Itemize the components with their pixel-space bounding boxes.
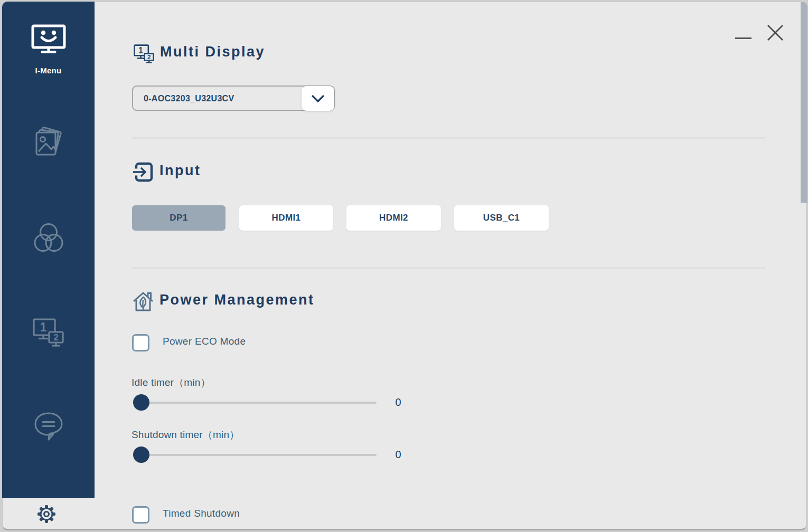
close-button[interactable] [766,24,784,42]
close-icon [766,24,784,42]
settings-button[interactable] [33,500,60,528]
input-button-hdmi2[interactable]: HDMI2 [346,205,441,231]
color-wheel-icon [32,222,65,254]
monitor-select-dropdown[interactable]: 0-AOC3203_U32U3CV [132,86,335,111]
svg-text:2: 2 [53,332,58,343]
input-button-usb-c1[interactable]: USB_C1 [454,205,549,231]
vertical-scrollbar-thumb[interactable] [801,2,807,203]
svg-text:2: 2 [147,53,151,60]
sidebar-item-image-settings[interactable] [2,125,95,162]
app-canvas: I-Menu [0,0,808,532]
multi-display-title: Multi Display [160,44,265,60]
power-management-title: Power Management [159,292,315,308]
shutdown-timer-slider-thumb[interactable] [133,446,149,463]
input-title: Input [159,163,201,179]
sidebar-item-label: I-Menu [35,66,61,75]
chevron-down-icon [311,94,325,103]
timed-shutdown-checkbox[interactable] [132,506,149,524]
timed-shutdown-label: Timed Shutdown [163,508,240,519]
shutdown-timer-label: Shutdown timer（min） [131,428,239,442]
photos-icon [32,125,65,158]
power-eco-mode-label: Power ECO Mode [163,336,246,347]
shutdown-timer-value: 0 [391,449,405,461]
input-button-dp1[interactable]: DP1 [132,205,226,231]
idle-timer-label: Idle timer（min） [131,376,211,390]
input-button-hdmi1[interactable]: HDMI1 [239,205,333,231]
svg-text:1: 1 [138,46,143,55]
power-eco-mode-checkbox[interactable] [132,334,149,352]
gear-icon [37,505,55,523]
input-icon [133,162,154,183]
idle-timer-slider-thumb[interactable] [133,394,149,411]
smiley-monitor-icon [31,24,67,54]
multi-display-icon: 1 2 [133,44,156,64]
minimize-button[interactable] [735,31,751,39]
sidebar-item-i-menu[interactable]: I-Menu [2,24,95,84]
dual-monitor-icon: 1 2 [32,317,65,348]
section-divider [132,267,765,269]
monitor-select-value: 0-AOC3203_U32U3CV [144,87,234,110]
svg-text:1: 1 [40,320,46,334]
sidebar-item-color-settings[interactable] [2,222,95,259]
sidebar-item-feedback[interactable] [2,410,95,447]
monitor-select-chevron-button[interactable] [302,86,334,111]
shutdown-timer-slider-track[interactable] [141,454,377,456]
idle-timer-slider-track[interactable] [141,402,377,404]
section-divider [132,137,765,139]
sidebar: I-Menu [2,2,95,498]
idle-timer-value: 0 [391,396,405,408]
sidebar-item-multi-display[interactable]: 1 2 [2,317,95,354]
chat-bubble-icon [33,410,64,441]
eco-house-icon [131,290,155,314]
